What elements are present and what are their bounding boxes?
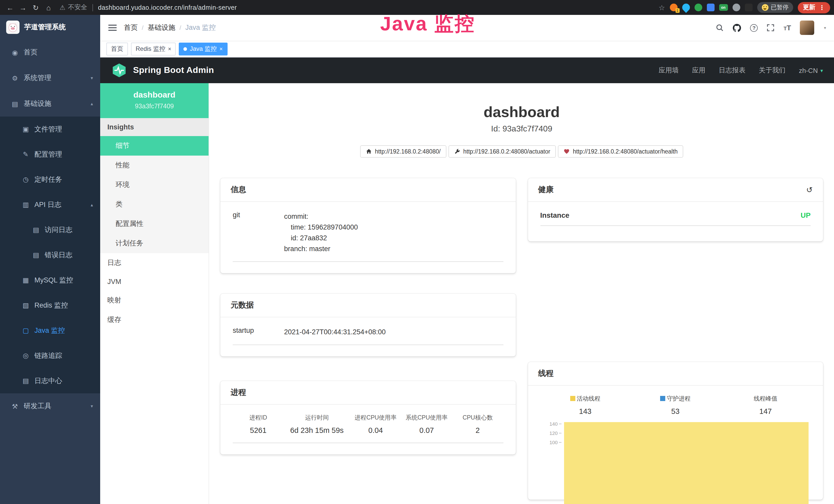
clock-icon: ◷	[22, 176, 30, 183]
git-id-line: id: 27aa832	[284, 233, 358, 244]
avatar[interactable]	[800, 21, 814, 35]
actuator-url-button[interactable]: http://192.168.0.2:48080/actuator	[448, 145, 556, 158]
sidebar-item-infra[interactable]: ▤ 基础设施 ▴	[0, 91, 100, 117]
history-icon[interactable]: ↺	[806, 185, 813, 194]
extension-icon-1[interactable]: 1	[670, 4, 677, 11]
tabbar: 首页 Redis 监控 × Java 监控 ×	[100, 41, 834, 58]
back-icon[interactable]: ←	[4, 2, 16, 13]
sba-brand[interactable]: Spring Boot Admin	[133, 65, 214, 75]
security-indicator[interactable]: ⚠ 不安全	[60, 3, 87, 12]
sba-item-scheduled-tasks[interactable]: 计划任务	[100, 234, 208, 253]
sidebar-item-dev-tools[interactable]: ⚒ 研发工具 ▾	[0, 393, 100, 419]
sba-nav-wallboard[interactable]: 应用墙	[659, 66, 679, 75]
stat-label: 系统CPU使用率	[401, 414, 452, 421]
extension-icon-2[interactable]	[680, 2, 691, 13]
tab-home[interactable]: 首页	[106, 42, 128, 55]
sba-navbar: Spring Boot Admin 应用墙 应用 日志报表 关于我们 zh-CN…	[100, 58, 834, 83]
search-icon[interactable]	[716, 24, 724, 32]
tab-label: Redis 监控	[136, 44, 166, 53]
chrome-update-button[interactable]: 更新 ⋮	[798, 2, 830, 13]
threads-chart: 140 120 100	[540, 421, 811, 488]
hamburger-icon[interactable]	[108, 25, 117, 31]
font-size-icon[interactable]: TT	[784, 23, 791, 32]
home-nav-icon[interactable]: ⌂	[43, 2, 54, 13]
fullscreen-icon[interactable]	[767, 24, 775, 32]
sba-item-details[interactable]: 细节	[100, 136, 208, 156]
stat-value: 0.04	[350, 426, 401, 434]
actuator-url: http://192.168.0.2:48080/actuator	[463, 148, 550, 155]
sidebar-item-scheduled-job[interactable]: ◷ 定时任务	[0, 167, 100, 192]
database-icon: ▦	[22, 276, 30, 284]
log-icon: ▥	[22, 201, 30, 208]
extension-icon-3[interactable]	[694, 4, 702, 11]
home-icon	[366, 148, 372, 155]
sidebar-item-system[interactable]: ⚙ 系统管理 ▾	[0, 65, 100, 91]
sba-item-caches[interactable]: 缓存	[100, 310, 208, 330]
sidebar-item-file-manage[interactable]: ▣ 文件管理	[0, 117, 100, 142]
help-icon[interactable]: ?	[750, 24, 758, 31]
file-icon: ▣	[22, 125, 30, 133]
github-icon[interactable]	[733, 23, 742, 32]
sba-item-logs[interactable]: 日志	[100, 253, 208, 273]
sba-item-jvm[interactable]: JVM	[100, 273, 208, 291]
sba-item-environment[interactable]: 环境	[100, 175, 208, 194]
legend-live-threads: 活动线程 143	[540, 395, 630, 415]
sidebar-item-home[interactable]: ◉ 首页	[0, 40, 100, 65]
metadata-value: 2021-04-27T00:44:31.254+08:00	[284, 327, 386, 337]
infra-icon: ▤	[11, 100, 19, 108]
sba-nav-journal[interactable]: 日志报表	[719, 66, 745, 75]
sidebar-item-redis-monitor[interactable]: ▧ Redis 监控	[0, 293, 100, 318]
warning-icon: ⚠	[60, 4, 65, 11]
service-url-button[interactable]: http://192.168.0.2:48080/	[360, 145, 446, 158]
wrench-icon	[454, 148, 460, 155]
extension-icon-5[interactable]	[732, 4, 740, 11]
chevron-down-icon: ▾	[91, 404, 93, 409]
sba-nav-about[interactable]: 关于我们	[759, 66, 786, 75]
sidebar-label: 访问日志	[45, 225, 72, 234]
tab-java-monitor[interactable]: Java 监控 ×	[179, 42, 227, 55]
address-divider	[92, 4, 93, 11]
health-row-instance: Instance UP	[540, 211, 811, 226]
card-title: 健康	[538, 185, 553, 194]
breadcrumb-home[interactable]: 首页	[124, 23, 138, 32]
metadata-key: startup	[233, 327, 284, 337]
close-icon[interactable]: ×	[219, 46, 223, 52]
sidebar-label: 基础设施	[24, 99, 51, 108]
extension-icon-4[interactable]	[707, 4, 714, 11]
address-url[interactable]: dashboard.yudao.iocoder.cn/infra/admin-s…	[98, 4, 237, 11]
health-url-button[interactable]: http://192.168.0.2:48080/actuator/health	[558, 145, 683, 158]
sidebar-item-mysql-monitor[interactable]: ▦ MySQL 监控	[0, 268, 100, 293]
sidebar-item-log-center[interactable]: ▤ 日志中心	[0, 368, 100, 393]
sidebar-item-config-manage[interactable]: ✎ 配置管理	[0, 142, 100, 167]
breadcrumb-infra[interactable]: 基础设施	[148, 23, 175, 32]
reload-icon[interactable]: ↻	[30, 2, 42, 13]
sba-nav-applications[interactable]: 应用	[692, 66, 705, 75]
sidebar-item-error-log[interactable]: ▤ 错误日志	[0, 243, 100, 268]
sidebar-item-trace[interactable]: ◎ 链路追踪	[0, 343, 100, 368]
legend-swatch-blue	[660, 396, 665, 401]
sidebar-item-api-log[interactable]: ▥ API 日志 ▴	[0, 192, 100, 217]
chevron-down-icon: ▾	[820, 68, 823, 73]
sba-item-mappings[interactable]: 映射	[100, 291, 208, 310]
sba-item-classes[interactable]: 类	[100, 194, 208, 214]
locale-selector[interactable]: zh-CN ▾	[799, 67, 823, 74]
y-tick-label: 120	[540, 431, 557, 435]
extension-icon-6[interactable]	[745, 4, 752, 11]
doc-icon: ▤	[22, 377, 30, 385]
threads-card: 线程 活动线程 143 守护进程	[528, 362, 823, 500]
sidebar-item-access-log[interactable]: ▤ 访问日志	[0, 217, 100, 243]
sidebar-label: 首页	[24, 48, 38, 57]
sidebar-label: Java 监控	[35, 326, 65, 335]
paused-extension-badge[interactable]: 已暂停	[757, 2, 793, 13]
sidebar-item-java-monitor[interactable]: ▢ Java 监控	[0, 318, 100, 343]
bookmark-star-icon[interactable]: ☆	[659, 3, 665, 12]
browser-menu-icon: ⋮	[819, 4, 825, 11]
forward-icon[interactable]: →	[17, 2, 29, 13]
app-sidebar: 芋道管理系统 ◉ 首页 ⚙ 系统管理 ▾ ▤ 基础设施 ▴ ▣ 文件管理	[0, 15, 100, 504]
sba-item-performance[interactable]: 性能	[100, 156, 208, 175]
tab-redis-monitor[interactable]: Redis 监控 ×	[131, 42, 176, 55]
close-icon[interactable]: ×	[168, 46, 171, 52]
extension-icon-on[interactable]: on	[719, 4, 728, 11]
sba-item-config-props[interactable]: 配置属性	[100, 214, 208, 234]
extension-badge: 1	[675, 8, 679, 13]
